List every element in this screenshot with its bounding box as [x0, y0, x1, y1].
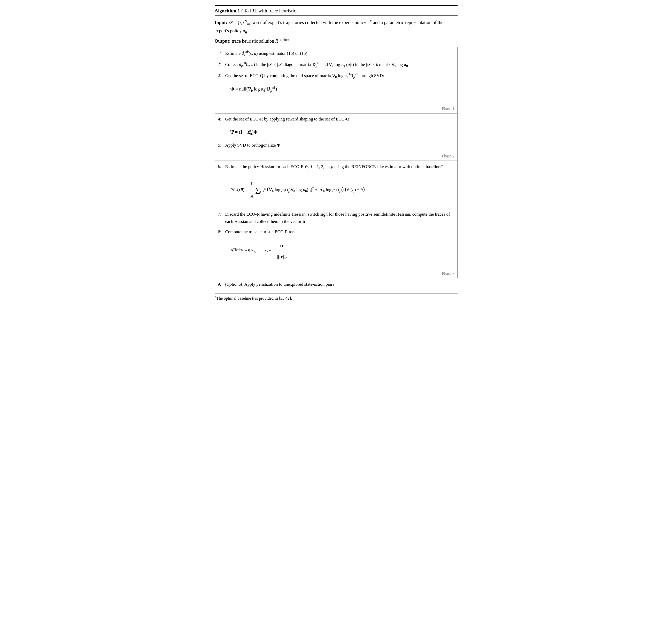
phase2-formula: Ψ = (I − π̃θ)Φ [215, 124, 457, 140]
step-7-num: 7: [218, 211, 225, 225]
step-8-content: Compute the trace heuristic ECO-R as: [225, 228, 454, 235]
step-8: 8: Compute the trace heuristic ECO-R as: [215, 226, 457, 237]
step-9-num: 9: [218, 281, 225, 288]
algorithm-title: Algorithm 1 CR-IRL with trace heuristic. [215, 8, 297, 14]
step-2: 2: Collect dμπθ(s, a) in the |𝒟| × |𝒟| d… [215, 59, 457, 70]
step-9-content: (Optional) Apply penalization to unexplo… [225, 281, 454, 288]
input-section: Input: 𝒟 = {τi}Ni=1 a set of expert's tr… [215, 18, 458, 35]
algo-title-bold: Algorithm 1 [215, 8, 240, 14]
output-text: trace heuristic solution RTR−heu [232, 39, 289, 44]
footnote-text: The optimal baseline b is provided in [3… [216, 296, 292, 300]
phase3-block: 6: Estimate the policy Hessian for each … [215, 161, 458, 278]
step-6: 6: Estimate the policy Hessian for each … [215, 161, 457, 172]
step-2-num: 2: [218, 61, 225, 69]
phase1-formula: Φ = null(∇θ log πθTDμπθ) [215, 81, 457, 98]
phase1-label: Phase 1 [442, 107, 454, 111]
step-5-num: 5: [218, 142, 225, 149]
step-8-num: 8: [218, 228, 225, 235]
step-3-num: 3: [218, 72, 225, 79]
phase1-block: 1: Estimate dμπθ(s, a) using estimator (… [215, 47, 458, 114]
phase3-formula-hessian: ℋ̂θJi(θ) = 1 N ∑j=1N (∇θ log pθ(τj)∇θ lo… [215, 172, 457, 209]
output-section: Output: trace heuristic solution RTR−heu [215, 37, 458, 45]
output-label: Output: [215, 39, 231, 44]
step-2-content: Collect dμπθ(s, a) in the |𝒟| × |𝒟| diag… [225, 61, 454, 69]
step-5: 5: Apply SVD to orthogonalize Ψ [215, 140, 457, 150]
phase3-label: Phase 3 [442, 271, 454, 276]
step-4-num: 4: [218, 116, 225, 123]
footnote-section: aThe optimal baseline b is provided in [… [215, 293, 458, 301]
input-label: Input: [215, 20, 227, 25]
algorithm-container: Algorithm 1 CR-IRL with trace heuristic.… [215, 5, 458, 301]
step-3: 3: Get the set of ECO-Q by computing the… [215, 70, 457, 81]
step-9: 9: (Optional) Apply penalization to unex… [215, 278, 458, 289]
step-4: 4: Get the set of ECO-R by applying rewa… [215, 114, 457, 124]
algorithm-header: Algorithm 1 CR-IRL with trace heuristic. [215, 5, 458, 16]
phase2-label: Phase 2 [442, 154, 454, 159]
step-3-content: Get the set of ECO-Q by computing the nu… [225, 72, 454, 79]
algo-title-normal: CR-IRL with trace heuristic. [240, 8, 297, 14]
step-6-content: Estimate the policy Hessian for each ECO… [225, 163, 454, 171]
step-5-content: Apply SVD to orthogonalize Ψ [225, 142, 454, 149]
step-4-content: Get the set of ECO-R by applying reward … [225, 116, 454, 123]
step-6-num: 6: [218, 163, 225, 171]
step-1-num: 1: [218, 49, 225, 57]
step-1: 1: Estimate dμπθ(s, a) using estimator (… [215, 47, 457, 59]
step-1-content: Estimate dμπθ(s, a) using estimator (16)… [225, 49, 454, 57]
phase2-block: 4: Get the set of ECO-R by applying rewa… [215, 114, 458, 161]
step-7-content: Discard the ECO-R having indefinite Hess… [225, 211, 454, 225]
phase3-formula-trace: RTR−heu = Ψω, ω = − tr ‖tr‖2 [215, 237, 457, 265]
step-7: 7: Discard the ECO-R having indefinite H… [215, 209, 457, 226]
input-dataset: 𝒟 = {τi}Ni=1 a set of expert's trajector… [215, 20, 443, 33]
